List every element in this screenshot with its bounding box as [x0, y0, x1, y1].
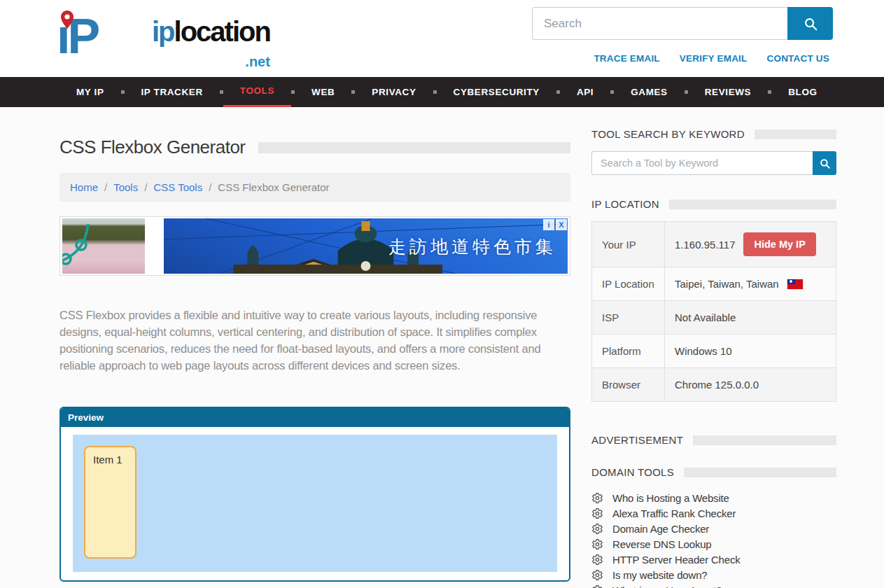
ip-location-heading: IP LOCATION: [591, 198, 836, 210]
search-icon: [803, 16, 818, 31]
tool-search-heading: TOOL SEARCH BY KEYWORD: [591, 128, 836, 140]
nav-item-my-ip[interactable]: MY IP: [59, 77, 121, 107]
site-search-button[interactable]: [787, 7, 833, 40]
domain-tools-list: Who is Hosting a Website Alexa Traffic R…: [591, 490, 836, 588]
header-links: TRACE EMAIL VERIFY EMAIL CONTACT US: [594, 53, 829, 64]
search-icon: [819, 158, 831, 169]
tool-description: CSS Flexbox provides a flexible and intu…: [59, 307, 549, 374]
sidebar: TOOL SEARCH BY KEYWORD IP LOCATION Your …: [591, 128, 836, 588]
site-search-input[interactable]: [532, 7, 787, 40]
logo-wordmark: iplocation .net: [152, 18, 270, 75]
row-label: Your IP: [592, 222, 665, 267]
ip-location-table: Your IP 1.160.95.117 Hide My IP IP Locat…: [591, 221, 836, 402]
list-item: HTTP Server Header Check: [591, 552, 836, 567]
taiwan-flag-icon: [787, 279, 803, 289]
nav-item-privacy[interactable]: PRIVACY: [355, 77, 433, 107]
list-item: Alexa Traffic Rank Checker: [591, 505, 836, 521]
breadcrumb: Home / Tools / CSS Tools / CSS Flexbox G…: [59, 173, 570, 202]
gear-icon: [591, 492, 603, 504]
ad-close-icon[interactable]: X: [556, 219, 567, 230]
your-ip-value: 1.160.95.117: [675, 239, 735, 251]
gear-icon: [591, 554, 603, 566]
domain-tool-link[interactable]: What is my User Agent?: [612, 584, 722, 588]
advertisement-heading-text: ADVERTISEMENT: [591, 434, 683, 446]
flex-item-1[interactable]: Item 1: [84, 446, 136, 559]
tool-search-input[interactable]: [591, 151, 813, 175]
row-label: IP Location: [592, 267, 665, 301]
preview-body: Item 1: [61, 427, 569, 580]
logo-word-ip: ip: [152, 16, 174, 47]
location-pin-icon: [59, 10, 76, 31]
list-item: Reverse DNS Lookup: [591, 536, 836, 552]
nav-item-reviews[interactable]: REVIEWS: [688, 77, 768, 107]
table-row-platform: Platform Windows 10: [592, 335, 836, 368]
nav-item-api[interactable]: API: [560, 77, 610, 107]
gear-icon: [591, 507, 603, 519]
nav-item-tools[interactable]: TOOLS: [223, 77, 291, 107]
list-item: Domain Age Checker: [591, 521, 836, 536]
ad-route-line-graphic: [62, 218, 145, 274]
nav-item-blog[interactable]: BLOG: [771, 77, 834, 107]
main-column: CSS Flexbox Generator Home / Tools / CSS…: [59, 128, 570, 588]
tool-search: [591, 151, 836, 175]
logo-tld: .net: [152, 48, 270, 75]
heading-decoration-bar: [684, 468, 836, 477]
domain-tool-link[interactable]: HTTP Server Header Check: [612, 554, 741, 566]
row-label: Platform: [592, 335, 665, 368]
page-title: CSS Flexbox Generator: [59, 136, 246, 158]
ad-info-icon[interactable]: i: [543, 219, 554, 230]
contact-us-link[interactable]: CONTACT US: [767, 53, 830, 64]
nav-item-games[interactable]: GAMES: [614, 77, 685, 107]
heading-decoration-bar: [669, 200, 836, 209]
breadcrumb-separator: /: [144, 181, 147, 193]
gear-icon: [591, 584, 603, 588]
ad-banner[interactable]: 走訪地道特色市集 i X: [59, 216, 570, 276]
domain-tool-link[interactable]: Domain Age Checker: [612, 523, 709, 535]
breadcrumb-tools[interactable]: Tools: [113, 181, 138, 193]
domain-tool-link[interactable]: Who is Hosting a Website: [612, 492, 729, 504]
row-label: ISP: [592, 301, 665, 335]
preview-panel: Preview Item 1: [59, 407, 570, 582]
ip-location-value: Taipei, Taiwan, Taiwan: [675, 278, 779, 290]
gear-icon: [591, 538, 603, 550]
list-item: What is my User Agent?: [591, 582, 836, 588]
site-logo[interactable]: ıP iplocation .net: [52, 6, 270, 75]
breadcrumb-home[interactable]: Home: [70, 181, 98, 193]
table-row-browser: Browser Chrome 125.0.0.0: [592, 368, 836, 402]
logo-mark: ıP: [52, 6, 150, 64]
breadcrumb-separator: /: [209, 181, 211, 193]
tool-search-heading-text: TOOL SEARCH BY KEYWORD: [591, 128, 745, 140]
domain-tool-link[interactable]: Is my website down?: [612, 569, 707, 581]
trace-email-link[interactable]: TRACE EMAIL: [594, 53, 659, 64]
ad-image-building: 走訪地道特色市集: [164, 218, 568, 274]
hide-my-ip-button[interactable]: Hide My IP: [743, 232, 815, 256]
platform-value: Windows 10: [665, 335, 836, 368]
breadcrumb-current: CSS Flexbox Generator: [218, 181, 329, 193]
nav-item-cybersecurity[interactable]: CYBERSECURITY: [437, 77, 556, 107]
row-label: Browser: [592, 368, 665, 402]
site-header: ıP iplocation .net TRACE EMAIL VERIFY EM…: [0, 0, 884, 77]
list-item: Is my website down?: [591, 567, 836, 582]
breadcrumb-separator: /: [104, 181, 107, 193]
domain-tool-link[interactable]: Reverse DNS Lookup: [612, 538, 711, 550]
gear-icon: [591, 523, 603, 535]
site-search: [532, 7, 833, 40]
table-row-isp: ISP Not Available: [592, 301, 836, 335]
advertisement-heading: ADVERTISEMENT: [591, 434, 836, 446]
table-row-your-ip: Your IP 1.160.95.117 Hide My IP: [592, 222, 836, 267]
browser-value: Chrome 125.0.0.0: [665, 368, 836, 402]
tool-search-button[interactable]: [813, 151, 836, 175]
breadcrumb-css-tools[interactable]: CSS Tools: [153, 181, 202, 193]
list-item: Who is Hosting a Website: [591, 490, 836, 505]
table-row-ip-location: IP Location Taipei, Taiwan, Taiwan: [592, 267, 836, 301]
domain-tools-heading-text: DOMAIN TOOLS: [591, 466, 674, 478]
verify-email-link[interactable]: VERIFY EMAIL: [680, 53, 748, 64]
domain-tool-link[interactable]: Alexa Traffic Rank Checker: [612, 507, 736, 519]
isp-value: Not Available: [665, 301, 836, 335]
nav-item-ip-tracker[interactable]: IP TRACKER: [125, 77, 220, 107]
nav-item-web[interactable]: WEB: [295, 77, 351, 107]
main-nav: MY IP IP TRACKER TOOLS WEB PRIVACY CYBER…: [0, 77, 884, 107]
content-area: CSS Flexbox Generator Home / Tools / CSS…: [0, 107, 884, 588]
heading-decoration-bar: [755, 130, 836, 139]
heading-decoration-bar: [693, 435, 836, 445]
